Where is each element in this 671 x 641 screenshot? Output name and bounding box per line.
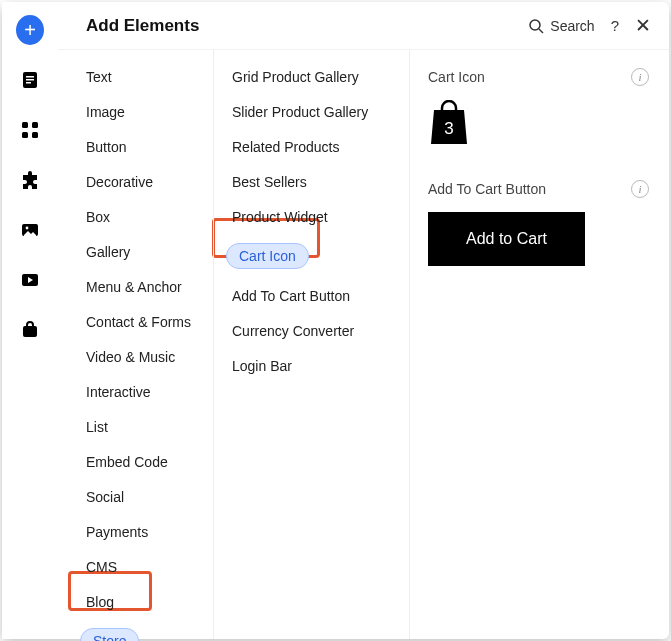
svg-rect-6: [22, 132, 28, 138]
category-item[interactable]: Video & Music: [86, 349, 175, 365]
preview-section-title-cart: Cart Icon: [428, 69, 485, 85]
rail-puzzle-icon[interactable]: [16, 166, 44, 194]
svg-point-12: [530, 20, 540, 30]
element-item[interactable]: Best Sellers: [232, 174, 307, 190]
element-item[interactable]: Login Bar: [232, 358, 292, 374]
svg-rect-11: [23, 326, 37, 337]
rail-pages-icon[interactable]: [16, 66, 44, 94]
panel-title: Add Elements: [86, 16, 528, 36]
search-button[interactable]: Search: [528, 18, 594, 34]
category-item[interactable]: Payments: [86, 524, 148, 540]
element-item[interactable]: Cart Icon: [226, 243, 309, 269]
element-item[interactable]: Grid Product Gallery: [232, 69, 359, 85]
element-item[interactable]: Currency Converter: [232, 323, 354, 339]
category-item[interactable]: List: [86, 419, 108, 435]
category-item[interactable]: Decorative: [86, 174, 153, 190]
plus-icon: +: [16, 15, 44, 45]
category-item[interactable]: Contact & Forms: [86, 314, 191, 330]
category-item[interactable]: Image: [86, 104, 125, 120]
element-item[interactable]: Add To Cart Button: [232, 288, 350, 304]
svg-rect-4: [22, 122, 28, 128]
svg-rect-2: [26, 79, 34, 81]
panel-header: Add Elements Search ? ✕: [58, 2, 669, 50]
element-item[interactable]: Slider Product Gallery: [232, 104, 368, 120]
svg-point-9: [26, 227, 29, 230]
info-icon[interactable]: i: [631, 180, 649, 198]
help-icon[interactable]: ?: [611, 17, 619, 34]
category-item[interactable]: Box: [86, 209, 110, 225]
svg-line-13: [539, 29, 543, 33]
category-item[interactable]: Text: [86, 69, 112, 85]
category-item[interactable]: Blog: [86, 594, 114, 610]
search-icon: [528, 18, 544, 34]
element-item[interactable]: Product Widget: [232, 209, 328, 225]
add-elements-button[interactable]: +: [16, 16, 44, 44]
rail-grid-icon[interactable]: [16, 116, 44, 144]
rail-store-icon[interactable]: [16, 316, 44, 344]
cart-count: 3: [444, 119, 453, 138]
svg-rect-3: [26, 82, 31, 84]
cart-icon-preview[interactable]: 3: [428, 100, 649, 146]
category-item[interactable]: Menu & Anchor: [86, 279, 182, 295]
category-item[interactable]: Button: [86, 139, 126, 155]
svg-rect-7: [32, 132, 38, 138]
category-item[interactable]: Interactive: [86, 384, 151, 400]
category-item[interactable]: Embed Code: [86, 454, 168, 470]
info-icon[interactable]: i: [631, 68, 649, 86]
svg-rect-1: [26, 76, 34, 78]
category-item[interactable]: Social: [86, 489, 124, 505]
category-item[interactable]: CMS: [86, 559, 117, 575]
close-icon[interactable]: ✕: [635, 14, 651, 37]
category-item[interactable]: Gallery: [86, 244, 130, 260]
rail-video-icon[interactable]: [16, 266, 44, 294]
category-item[interactable]: Store: [80, 628, 139, 641]
element-item[interactable]: Related Products: [232, 139, 339, 155]
svg-rect-5: [32, 122, 38, 128]
preview-section-title-atc: Add To Cart Button: [428, 181, 546, 197]
search-label: Search: [550, 18, 594, 34]
rail-media-icon[interactable]: [16, 216, 44, 244]
add-to-cart-preview-button[interactable]: Add to Cart: [428, 212, 585, 266]
